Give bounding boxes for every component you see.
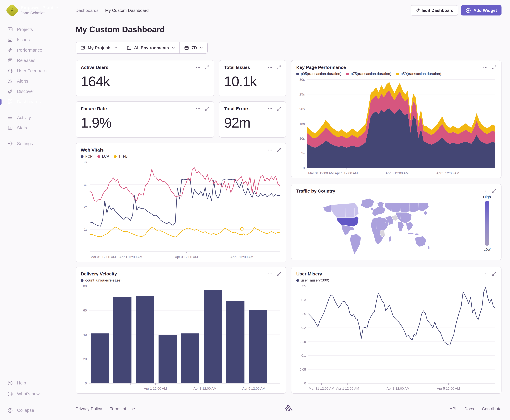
breadcrumb: Dashboards › My Custom Dashboard (76, 8, 148, 13)
environments-filter[interactable]: All Environments (122, 42, 179, 53)
sidebar-item-discover[interactable]: Discover (0, 86, 67, 97)
chart-legend: p95(transaction.duration)p75(transaction… (296, 71, 496, 76)
web-vitals-chart[interactable]: 01s2s3s4sMar 31 12:00 AMApr 1 12:00 AMAp… (81, 159, 282, 260)
svg-text:80: 80 (83, 284, 87, 288)
widget-menu-button[interactable] (268, 271, 273, 276)
breadcrumb-dashboards-link[interactable]: Dashboards (76, 8, 98, 13)
sidebar-item-stats[interactable]: Stats (0, 122, 67, 133)
widget-title: Active Users (81, 64, 196, 71)
org-switcher[interactable]: Empower Plant Jane Schmidt (0, 0, 67, 16)
calendar-icon (184, 45, 189, 50)
sidebar-item-user-feedback[interactable]: User Feedback (0, 66, 67, 76)
widget-menu-button[interactable] (196, 65, 201, 70)
sidebar: Empower Plant Jane Schmidt ProjectsIssue… (0, 0, 67, 420)
privacy-policy-link[interactable]: Privacy Policy (76, 406, 102, 411)
sidebar-item-what-s-new[interactable]: What's new (0, 388, 67, 399)
environments-icon (127, 45, 131, 50)
widget-menu-button[interactable] (268, 65, 273, 70)
date-range-filter[interactable]: 7D (179, 42, 207, 53)
stats-icon (7, 125, 13, 130)
chevron-down-icon (172, 47, 175, 49)
key-page-performance-chart[interactable]: 05s10s15s20s25s30sMar 31 12:00 AMApr 1 1… (296, 76, 497, 176)
map-legend-high: High (483, 195, 491, 199)
chart-legend: count_unique(release) (81, 278, 281, 283)
sidebar-item-releases[interactable]: Releases (0, 55, 67, 66)
widget-title: Total Issues (224, 64, 268, 71)
widget-expand-button[interactable] (492, 189, 496, 193)
projects-filter[interactable]: My Projects (76, 42, 122, 53)
map-india (398, 222, 404, 232)
plus-circle-icon (466, 8, 471, 13)
sidebar-nav: ProjectsIssuesPerformanceReleasesUser Fe… (0, 24, 67, 149)
api-link[interactable]: API (450, 406, 456, 411)
widget-menu-button[interactable] (268, 106, 273, 111)
widget-value: 164k (81, 75, 209, 88)
sidebar-item-projects[interactable]: Projects (0, 24, 67, 34)
svg-text:Apr 3 12:00 AM: Apr 3 12:00 AM (193, 387, 217, 390)
svg-text:Apr 5 12:00 AM: Apr 5 12:00 AM (436, 171, 459, 175)
widget-expand-button[interactable] (277, 272, 281, 276)
terms-of-use-link[interactable]: Terms of Use (110, 406, 135, 411)
svg-text:Apr 3 12:00 AM: Apr 3 12:00 AM (387, 387, 410, 390)
widget-active-users: Active Users 164k (76, 60, 214, 96)
legend-item[interactable]: p75(transaction.duration) (346, 72, 391, 76)
contribute-link[interactable]: Contribute (482, 406, 502, 411)
svg-text:Apr 1 12:00 AM: Apr 1 12:00 AM (336, 387, 359, 390)
legend-item[interactable]: p50(transaction.duration) (396, 72, 441, 76)
widget-expand-button[interactable] (492, 272, 496, 276)
widget-expand-button[interactable] (492, 65, 496, 69)
svg-text:25s: 25s (299, 92, 305, 96)
widget-web-vitals: Web Vitals FCPLCPTTFB 01s2s3s4sMar 31 12… (76, 143, 286, 262)
sidebar-item-activity[interactable]: Activity (0, 112, 67, 122)
add-widget-button[interactable]: Add Widget (461, 5, 502, 15)
widget-menu-button[interactable] (483, 189, 488, 194)
sidebar-item-alerts[interactable]: Alerts (0, 76, 67, 86)
delivery-velocity-chart[interactable]: 020406080Apr 1 12:00 AMApr 3 12:00 AMApr… (81, 283, 282, 391)
sidebar-item-performance[interactable]: Performance (0, 45, 67, 55)
legend-item[interactable]: user_misery(300) (296, 278, 329, 282)
legend-item[interactable]: TTFB (114, 154, 128, 158)
legend-item[interactable]: FCP (81, 154, 93, 158)
map-indonesia (408, 233, 414, 234)
sidebar-item-help[interactable]: Help (0, 377, 67, 388)
user-misery-chart[interactable]: 00.050.10.150.20.250.30.35Mar 31 12:00 A… (296, 283, 497, 391)
widget-menu-button[interactable] (196, 106, 201, 111)
sentry-logo-icon[interactable] (284, 404, 293, 413)
world-map[interactable]: High Low (296, 195, 496, 257)
svg-text:Mar 31 12:00 AM: Mar 31 12:00 AM (308, 171, 334, 175)
widget-menu-button[interactable] (268, 148, 273, 152)
widget-menu-button[interactable] (483, 271, 488, 276)
sidebar-item-dashboards[interactable]: Dashboards (0, 97, 67, 107)
svg-text:1s: 1s (84, 228, 88, 231)
svg-text:0: 0 (86, 250, 88, 254)
svg-text:2s: 2s (84, 205, 88, 209)
edit-dashboard-button[interactable]: Edit Dashboard (411, 5, 458, 15)
svg-text:4s: 4s (84, 160, 88, 164)
legend-item[interactable]: p95(transaction.duration) (296, 72, 341, 76)
widget-expand-button[interactable] (205, 107, 209, 111)
svg-text:0: 0 (303, 166, 305, 170)
widget-expand-button[interactable] (277, 148, 281, 152)
legend-item[interactable]: count_unique(release) (81, 278, 122, 282)
widget-expand-button[interactable] (277, 65, 281, 69)
map-japan (424, 211, 427, 215)
sidebar-item-settings[interactable]: Settings (0, 138, 67, 149)
svg-text:60: 60 (83, 308, 87, 312)
svg-text:Apr 5 12:00 AM: Apr 5 12:00 AM (437, 387, 460, 390)
sidebar-item-collapse[interactable]: Collapse (0, 405, 67, 416)
widget-expand-button[interactable] (205, 65, 209, 69)
map-new-zealand (428, 246, 430, 250)
svg-text:40: 40 (83, 333, 87, 337)
widget-total-issues: Total Issues 10.1k (219, 60, 286, 96)
docs-link[interactable]: Docs (464, 406, 474, 411)
widget-expand-button[interactable] (277, 107, 281, 111)
chevron-down-icon (55, 7, 59, 9)
breadcrumb-chevron-icon: › (101, 8, 103, 12)
widget-menu-button[interactable] (483, 65, 488, 70)
whats-new-icon (7, 391, 13, 397)
widget-delivery-velocity: Delivery Velocity count_unique(release) … (76, 267, 286, 394)
map-se-asia (406, 222, 413, 231)
legend-item[interactable]: LCP (97, 154, 109, 158)
map-greenland (361, 198, 374, 209)
sidebar-item-issues[interactable]: Issues (0, 34, 67, 45)
